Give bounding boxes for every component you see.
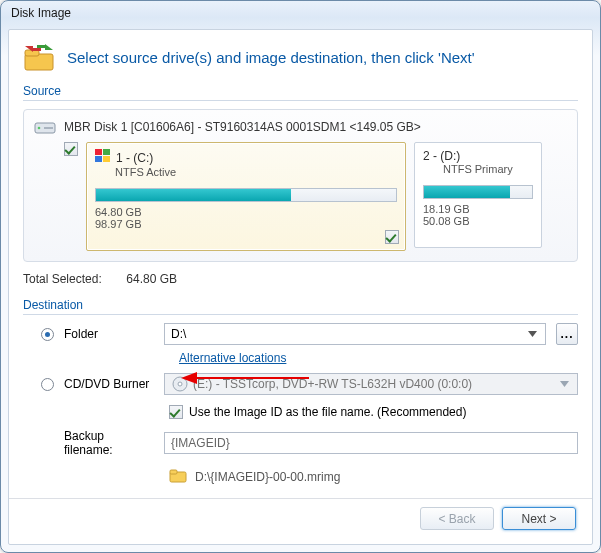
svg-rect-6: [44, 127, 53, 129]
svg-point-12: [178, 382, 182, 386]
partition-c-checkbox[interactable]: [385, 230, 399, 244]
partition-d-name: 2 - (D:): [423, 149, 460, 163]
content-pane: Select source drive(s) and image destina…: [8, 29, 593, 545]
result-path-row: D:\{IMAGEID}-00-00.mrimg: [41, 467, 578, 486]
partitions-row: 1 - (C:) NTFS Active 64.80 GB 98.97 GB: [34, 142, 567, 251]
window-title: Disk Image: [1, 1, 600, 27]
source-divider: [23, 100, 578, 101]
total-selected-value: 64.80 GB: [126, 272, 177, 286]
app-icon: [23, 40, 57, 74]
browse-folder-button[interactable]: ...: [556, 323, 578, 345]
next-button[interactable]: Next >: [502, 507, 576, 530]
use-imageid-label: Use the Image ID as the file name. (Reco…: [189, 405, 466, 419]
svg-rect-2: [37, 45, 45, 48]
backup-filename-value: {IMAGEID}: [171, 436, 230, 450]
ellipsis-icon: ...: [560, 327, 573, 341]
svg-rect-14: [170, 470, 177, 474]
partition-c-usage-bar: [95, 188, 397, 202]
disk-header-row: MBR Disk 1 [C01606A6] - ST9160314AS 0001…: [34, 118, 567, 136]
disk-image-window: Disk Image Select source drive(s) and im…: [0, 0, 601, 553]
partition-d-usage-bar: [423, 185, 533, 199]
backup-filename-label: Backup filename:: [64, 429, 154, 457]
footer-buttons: < Back Next >: [23, 507, 578, 530]
folder-radio-label: Folder: [64, 327, 154, 341]
result-path-text: D:\{IMAGEID}-00-00.mrimg: [195, 470, 340, 484]
svg-rect-3: [33, 48, 41, 51]
partition-c-name: 1 - (C:): [116, 151, 153, 165]
svg-point-5: [38, 127, 41, 130]
instruction-row: Select source drive(s) and image destina…: [23, 40, 578, 74]
partition-d-sizes: 18.19 GB 50.08 GB: [423, 203, 533, 227]
partition-card-d[interactable]: 2 - (D:) NTFS Primary 18.19 GB 50.08 GB: [414, 142, 542, 248]
disc-icon: [171, 375, 189, 393]
total-selected-row: Total Selected: 64.80 GB: [23, 272, 578, 286]
disk-title: MBR Disk 1 [C01606A6] - ST9160314AS 0001…: [64, 120, 421, 134]
source-label: Source: [23, 84, 578, 98]
chevron-down-icon[interactable]: [524, 326, 541, 343]
destination-label: Destination: [23, 298, 578, 312]
folder-radio[interactable]: [41, 328, 54, 341]
use-imageid-row: Use the Image ID as the file name. (Reco…: [41, 405, 578, 419]
windows-flag-icon: [95, 149, 111, 166]
footer-divider: [9, 498, 592, 499]
backup-filename-row: Backup filename: {IMAGEID}: [41, 429, 578, 457]
select-all-disk-checkbox[interactable]: [64, 142, 78, 156]
use-imageid-checkbox[interactable]: [169, 405, 183, 419]
partition-card-c[interactable]: 1 - (C:) NTFS Active 64.80 GB 98.97 GB: [86, 142, 406, 251]
disk-drive-icon: [34, 118, 56, 136]
source-panel: MBR Disk 1 [C01606A6] - ST9160314AS 0001…: [23, 109, 578, 262]
svg-rect-7: [95, 149, 102, 155]
burner-value: (E:) - TSSTcorp, DVD+-RW TS-L632H vD400 …: [189, 377, 556, 391]
burner-row: CD/DVD Burner (E:) - TSSTcorp, DVD+-RW T…: [41, 373, 578, 395]
partition-c-usage-fill: [96, 189, 291, 201]
folder-icon: [169, 467, 187, 486]
alternative-locations-link[interactable]: Alternative locations: [179, 351, 286, 365]
svg-rect-8: [103, 149, 110, 155]
burner-combo[interactable]: (E:) - TSSTcorp, DVD+-RW TS-L632H vD400 …: [164, 373, 578, 395]
instruction-text: Select source drive(s) and image destina…: [67, 49, 475, 66]
partition-d-usage-fill: [424, 186, 510, 198]
folder-row: Folder D:\ ...: [41, 323, 578, 345]
burner-radio[interactable]: [41, 378, 54, 391]
partition-c-type: NTFS Active: [115, 166, 397, 178]
partition-c-sizes: 64.80 GB 98.97 GB: [95, 206, 397, 230]
back-button[interactable]: < Back: [420, 507, 494, 530]
folder-path-value: D:\: [171, 327, 524, 341]
total-selected-label: Total Selected:: [23, 272, 123, 286]
svg-rect-10: [103, 156, 110, 162]
partition-d-type: NTFS Primary: [443, 163, 533, 175]
svg-rect-9: [95, 156, 102, 162]
backup-filename-input[interactable]: {IMAGEID}: [164, 432, 578, 454]
burner-radio-label: CD/DVD Burner: [64, 377, 154, 391]
chevron-down-icon: [556, 376, 573, 393]
folder-path-combo[interactable]: D:\: [164, 323, 546, 345]
destination-section: Destination Folder D:\ ...: [23, 298, 578, 486]
destination-divider: [23, 314, 578, 315]
